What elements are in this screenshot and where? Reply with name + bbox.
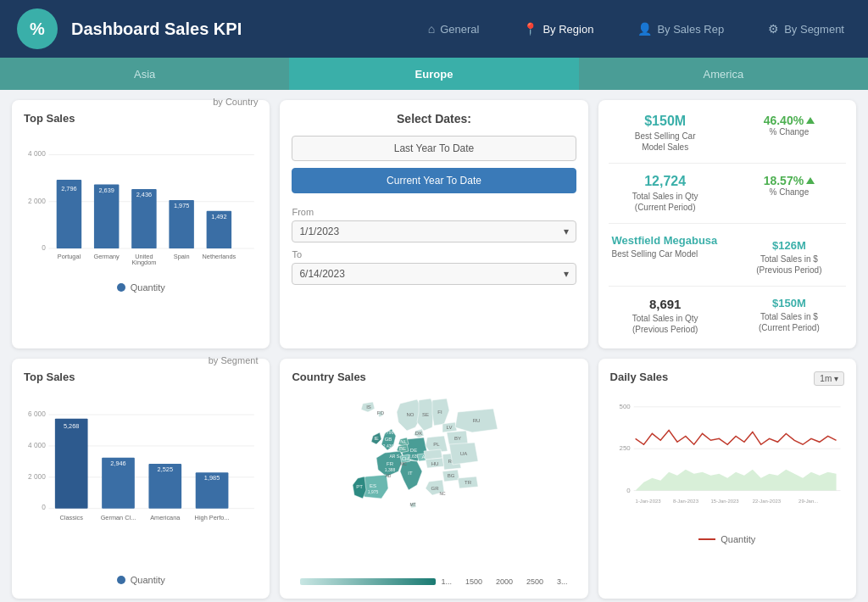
svg-text:PL: PL bbox=[433, 442, 440, 447]
svg-text:2,639: 2,639 bbox=[98, 187, 114, 194]
nav-general[interactable]: ⌂ General bbox=[421, 19, 487, 39]
svg-text:BY: BY bbox=[454, 436, 461, 441]
svg-text:500: 500 bbox=[619, 403, 631, 410]
to-date-input[interactable]: 6/14/2023 ▾ bbox=[292, 263, 576, 285]
svg-text:NC: NC bbox=[439, 491, 446, 496]
legend-dot-segment bbox=[117, 576, 125, 584]
svg-rect-30 bbox=[55, 419, 88, 509]
svg-text:5,268: 5,268 bbox=[64, 422, 79, 430]
svg-text:IS: IS bbox=[366, 404, 371, 410]
kpi-total-sales-prev: $126M Total Sales in $(Previous Period) bbox=[732, 236, 846, 279]
svg-text:High Perfo...: High Perfo... bbox=[195, 514, 230, 521]
main-nav: ⌂ General 📍 By Region 👤 By Sales Rep ⚙ B… bbox=[292, 19, 851, 39]
logo-badge: % bbox=[17, 8, 58, 49]
svg-text:RU: RU bbox=[473, 418, 481, 423]
time-range-button[interactable]: 1m ▾ bbox=[814, 371, 844, 386]
svg-text:Spain: Spain bbox=[174, 253, 190, 260]
svg-text:DK: DK bbox=[415, 431, 422, 436]
svg-rect-9 bbox=[94, 185, 119, 249]
svg-text:FR: FR bbox=[387, 461, 394, 466]
country-sales-card: Country Sales GB IE IS FO NO bbox=[280, 359, 587, 599]
nav-by-sales-rep[interactable]: 👤 By Sales Rep bbox=[631, 19, 731, 39]
kpi-total-qty-prev: 8,691 Total Sales in Qty(Previous Period… bbox=[609, 293, 722, 338]
country-chart-legend: Quantity bbox=[24, 282, 258, 293]
svg-text:LV: LV bbox=[447, 425, 453, 430]
from-label: From bbox=[292, 207, 576, 217]
svg-text:MT: MT bbox=[409, 502, 415, 507]
svg-text:2,796: 2,796 bbox=[383, 430, 394, 435]
svg-text:2,436: 2,436 bbox=[383, 443, 394, 449]
top-sales-country-subtitle: by Country bbox=[213, 97, 258, 107]
svg-text:BE: BE bbox=[399, 446, 406, 451]
svg-text:Americana: Americana bbox=[150, 514, 181, 521]
app-title: Dashboard Sales KPI bbox=[71, 20, 242, 39]
svg-text:GB: GB bbox=[385, 437, 392, 442]
arrow-up-icon-1 bbox=[806, 117, 815, 124]
kpi-pct-change-1: 46.40% % Change bbox=[732, 110, 846, 156]
kpi-best-selling-value: $150M Best Selling CarModel Sales bbox=[609, 110, 722, 156]
svg-text:MC: MC bbox=[400, 461, 407, 466]
bar-chart-segment-svg: 6 000 4 000 2 000 0 5,268 Classics 2,946… bbox=[24, 400, 258, 570]
europe-map: GB IE IS FO NO SE FI bbox=[292, 387, 576, 573]
svg-text:1-Jan-2023: 1-Jan-2023 bbox=[635, 499, 661, 504]
svg-text:2 000: 2 000 bbox=[28, 472, 46, 481]
tab-europe[interactable]: Europe bbox=[289, 58, 578, 90]
svg-text:Netherlands: Netherlands bbox=[203, 253, 236, 260]
main-content: Top Sales by Country 4 000 2 000 0 2,796… bbox=[0, 90, 868, 602]
last-year-to-date-btn[interactable]: Last Year To Date bbox=[292, 136, 576, 161]
legend-dot-quantity bbox=[117, 283, 125, 292]
svg-text:Germany: Germany bbox=[94, 253, 120, 260]
svg-text:IT: IT bbox=[408, 471, 413, 476]
svg-text:1,492: 1,492 bbox=[211, 213, 226, 220]
segment-chart-legend: Quantity bbox=[24, 575, 258, 585]
arrow-up-icon-2 bbox=[806, 177, 815, 184]
top-sales-segment-card: Top Sales by Segment 6 000 4 000 2 000 0… bbox=[12, 359, 270, 599]
svg-text:German Cl...: German Cl... bbox=[101, 514, 136, 521]
svg-text:SE: SE bbox=[422, 412, 429, 417]
daily-sales-svg: 500 250 0 1-Jan-2023 8-Jan-2023 15-Jan-2… bbox=[610, 393, 844, 529]
bar-chart-country-svg: 4 000 2 000 0 2,796 Portugal 2,639 Germa… bbox=[24, 142, 258, 277]
kpi-pct-change-2: 18.57% % Change bbox=[732, 170, 846, 216]
tab-asia[interactable]: Asia bbox=[0, 58, 289, 90]
svg-text:0: 0 bbox=[626, 487, 631, 494]
legend-line-quantity bbox=[698, 538, 715, 540]
svg-text:BG: BG bbox=[448, 473, 455, 478]
svg-text:NO: NO bbox=[407, 412, 415, 417]
current-year-to-date-btn[interactable]: Current Year To Date bbox=[292, 168, 576, 193]
nav-by-segment[interactable]: ⚙ By Segment bbox=[761, 19, 851, 39]
tab-america[interactable]: America bbox=[579, 58, 868, 90]
nav-by-region[interactable]: 📍 By Region bbox=[516, 19, 600, 39]
svg-text:6 000: 6 000 bbox=[28, 410, 46, 418]
from-date-input[interactable]: 1/1/2023 ▾ bbox=[292, 220, 576, 242]
svg-text:4 000: 4 000 bbox=[28, 441, 46, 449]
bar-chart-segment: 6 000 4 000 2 000 0 5,268 Classics 2,946… bbox=[24, 400, 258, 570]
svg-text:15-Jan-2023: 15-Jan-2023 bbox=[710, 499, 739, 504]
svg-text:1,388: 1,388 bbox=[385, 467, 396, 472]
svg-text:4 000: 4 000 bbox=[28, 149, 46, 158]
header: % Dashboard Sales KPI ⌂ General 📍 By Reg… bbox=[0, 0, 868, 58]
top-sales-country-title: Top Sales bbox=[24, 112, 75, 125]
top-sales-country-card: Top Sales by Country 4 000 2 000 0 2,796… bbox=[12, 100, 270, 348]
select-dates-title: Select Dates: bbox=[292, 112, 576, 125]
top-sales-segment-subtitle: by Segment bbox=[209, 355, 259, 365]
svg-text:AR S.: AR S. bbox=[389, 454, 400, 459]
kpi-total-qty-current: 12,724 Total Sales in Qty(Current Period… bbox=[609, 170, 722, 216]
svg-text:8-Jan-2023: 8-Jan-2023 bbox=[673, 499, 699, 504]
svg-text:2 000: 2 000 bbox=[28, 197, 46, 205]
svg-text:FI: FI bbox=[437, 410, 442, 415]
svg-text:FO: FO bbox=[377, 410, 385, 415]
svg-text:DE: DE bbox=[410, 448, 417, 453]
svg-text:GR: GR bbox=[431, 486, 440, 491]
svg-text:AD: AD bbox=[386, 473, 392, 478]
kpi-panel: $150M Best Selling CarModel Sales 46.40%… bbox=[598, 100, 856, 348]
chevron-down-icon-2: ▾ bbox=[564, 268, 569, 280]
svg-text:2,525: 2,525 bbox=[158, 465, 173, 473]
europe-map-svg: GB IE IS FO NO SE FI bbox=[315, 387, 553, 573]
chevron-down-icon: ▾ bbox=[564, 226, 569, 237]
svg-text:22-Jan-2023: 22-Jan-2023 bbox=[752, 499, 781, 504]
svg-text:1,985: 1,985 bbox=[204, 474, 220, 482]
map-legend: 1... 1500 2000 2500 3... bbox=[292, 577, 576, 587]
daily-sales-card: Daily Sales 1m ▾ 500 250 0 1-Jan-2023 8-… bbox=[598, 359, 856, 599]
svg-marker-86 bbox=[635, 470, 836, 491]
country-sales-title: Country Sales bbox=[292, 371, 576, 383]
